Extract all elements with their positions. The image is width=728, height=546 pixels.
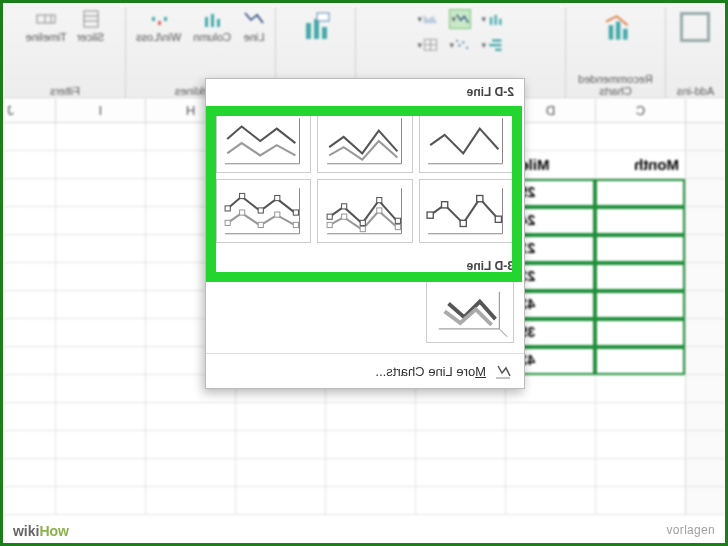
col-header-c[interactable]: C	[595, 99, 685, 122]
svg-rect-23	[217, 19, 220, 27]
svg-rect-22	[318, 13, 330, 21]
addins-label: Add-ins	[677, 85, 714, 97]
svg-rect-54	[327, 214, 332, 219]
stacked-line-chart-option[interactable]	[317, 109, 412, 173]
svg-rect-0	[682, 14, 709, 41]
filters-group-label: Filters	[50, 85, 80, 97]
svg-rect-65	[240, 193, 245, 198]
svg-rect-5	[495, 15, 497, 25]
col-header-blank	[685, 99, 725, 122]
ribbon-group-recommended-charts[interactable]: Recommended Charts	[565, 7, 665, 99]
cell[interactable]	[595, 235, 685, 263]
svg-point-14	[466, 47, 468, 49]
bar-chart-icon[interactable]: ▾	[482, 9, 504, 29]
svg-rect-43	[495, 216, 501, 222]
svg-rect-12	[490, 44, 502, 46]
svg-point-15	[463, 42, 465, 44]
cell[interactable]	[595, 291, 685, 319]
svg-rect-58	[341, 214, 346, 219]
line-chart-option[interactable]	[419, 109, 514, 173]
svg-rect-44	[477, 196, 483, 202]
watermark-right: wikiHow	[13, 523, 69, 539]
svg-rect-20	[315, 19, 320, 39]
more-line-charts-button[interactable]: More Line Charts...	[206, 353, 524, 388]
svg-rect-11	[493, 40, 502, 42]
col-header-i[interactable]: I	[55, 99, 145, 122]
svg-rect-2	[616, 22, 621, 40]
100-stacked-line-chart-option[interactable]	[216, 109, 311, 173]
svg-rect-24	[211, 14, 214, 27]
hbar-chart-icon[interactable]: ▾	[482, 35, 504, 55]
col-header-j[interactable]: J	[0, 99, 55, 122]
svg-rect-68	[275, 212, 280, 217]
svg-line-74	[499, 329, 507, 337]
section-3d-line-label: 3-D Line	[206, 253, 524, 275]
svg-rect-47	[427, 212, 433, 218]
svg-rect-28	[152, 17, 155, 21]
svg-rect-27	[158, 21, 161, 25]
svg-rect-21	[307, 23, 312, 39]
line-chart-dropdown: 2-D Line	[205, 78, 525, 389]
svg-rect-4	[500, 19, 502, 25]
svg-rect-26	[164, 17, 167, 21]
svg-rect-66	[225, 206, 230, 211]
3d-line-chart-option[interactable]	[426, 281, 514, 343]
sparkline-winloss-icon[interactable]	[148, 9, 170, 29]
more-line-charts-label: More Line Charts...	[375, 364, 486, 379]
svg-rect-70	[240, 210, 245, 215]
ribbon-group-filters: Slicer Timeline Filters	[5, 7, 125, 99]
stacked-line-with-markers-option[interactable]	[317, 179, 412, 243]
line-chart-icon[interactable]: ▾	[450, 9, 472, 29]
svg-point-16	[459, 45, 461, 47]
svg-rect-3	[609, 25, 614, 39]
svg-rect-69	[259, 222, 264, 227]
cell-month-header[interactable]: Month	[595, 151, 685, 179]
winloss-sparkline-label: Win/Loss	[136, 31, 181, 43]
svg-rect-29	[84, 11, 98, 27]
slicer-label: Slicer	[77, 31, 105, 43]
sparkline-line-icon[interactable]	[243, 9, 265, 29]
cell[interactable]	[595, 319, 685, 347]
section-2d-line-label: 2-D Line	[206, 79, 524, 101]
other-chart-icon[interactable]: ▾	[418, 35, 440, 55]
more-charts-icon	[494, 362, 512, 380]
line-with-markers-option[interactable]	[419, 179, 514, 243]
svg-rect-25	[205, 17, 208, 27]
cell[interactable]	[595, 263, 685, 291]
svg-point-8	[464, 16, 466, 18]
timeline-icon[interactable]	[35, 9, 57, 29]
100-stacked-line-with-markers-option[interactable]	[216, 179, 311, 243]
svg-rect-52	[360, 220, 365, 225]
svg-rect-63	[275, 196, 280, 201]
line-sparkline-label: Line	[243, 31, 265, 43]
column-sparkline-label: Column	[193, 31, 231, 43]
svg-point-9	[460, 19, 462, 21]
svg-rect-59	[327, 222, 332, 227]
svg-rect-55	[395, 224, 400, 229]
svg-rect-51	[376, 198, 381, 203]
svg-rect-13	[496, 49, 502, 51]
cell[interactable]	[595, 179, 685, 207]
scatter-chart-icon[interactable]: ▾	[450, 35, 472, 55]
svg-rect-32	[37, 15, 55, 23]
chart-options-2d	[206, 101, 524, 253]
svg-rect-46	[442, 202, 448, 208]
svg-point-10	[457, 15, 459, 17]
cell[interactable]	[595, 347, 685, 375]
svg-point-7	[467, 21, 469, 23]
area-chart-icon[interactable]: ▾	[418, 9, 440, 29]
svg-rect-71	[225, 220, 230, 225]
slicer-icon[interactable]	[80, 9, 102, 29]
timeline-label: Timeline	[26, 31, 67, 43]
ribbon-group-addins: Add-ins	[665, 7, 725, 99]
recommended-charts-label: Recommended Charts	[578, 73, 653, 97]
watermark-left: vorlagen	[667, 523, 715, 537]
sparkline-column-icon[interactable]	[201, 9, 223, 29]
svg-rect-53	[341, 204, 346, 209]
svg-rect-62	[294, 210, 299, 215]
svg-rect-1	[624, 29, 629, 40]
svg-rect-56	[376, 208, 381, 213]
cell[interactable]	[595, 207, 685, 235]
svg-rect-64	[259, 208, 264, 213]
svg-rect-45	[460, 220, 466, 226]
